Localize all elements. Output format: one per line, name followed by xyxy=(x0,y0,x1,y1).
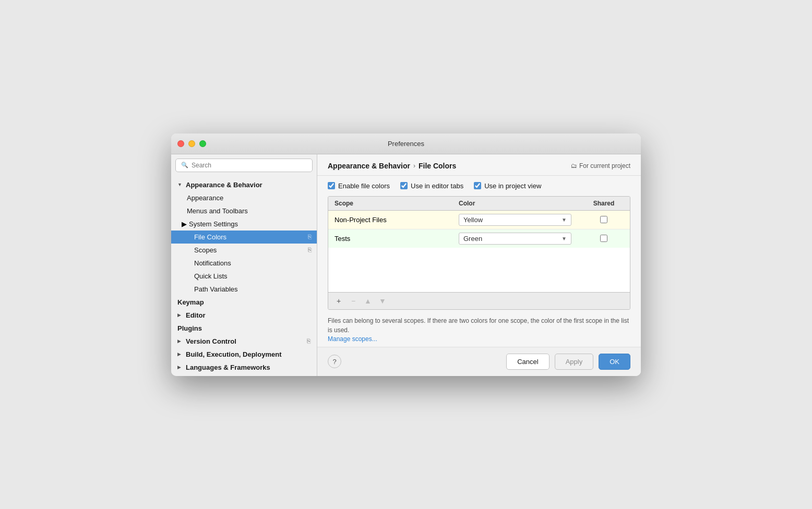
sidebar-item-notifications[interactable]: Notifications xyxy=(171,257,317,270)
main-content: 🔍 ▼ Appearance & Behavior Appearance Men… xyxy=(171,154,641,376)
sidebar-item-label: Notifications xyxy=(194,259,231,267)
color-cell-yellow: Yellow ▼ xyxy=(452,210,578,229)
shared-checkbox-tests[interactable] xyxy=(600,235,607,242)
sidebar-item-label: Menus and Toolbars xyxy=(187,207,248,215)
col-shared-header: Shared xyxy=(578,197,630,211)
checkbox-label: Enable file colors xyxy=(338,182,390,190)
color-cell-green: Green ▼ xyxy=(452,229,578,248)
sidebar-item-menus-toolbars[interactable]: Menus and Toolbars xyxy=(171,204,317,217)
copy-icon: ⎘ xyxy=(307,337,311,345)
sidebar-item-label: Appearance xyxy=(187,194,223,202)
dropdown-arrow-icon: ▼ xyxy=(562,217,567,223)
use-in-project-view-checkbox[interactable]: Use in project view xyxy=(474,182,541,190)
chevron-down-icon: ▼ xyxy=(177,182,184,187)
enable-file-colors-input[interactable] xyxy=(328,182,335,189)
color-dropdown-yellow[interactable]: Yellow ▼ xyxy=(459,214,571,226)
manage-scopes-link[interactable]: Manage scopes... xyxy=(328,335,377,343)
use-in-editor-tabs-checkbox[interactable]: Use in editor tabs xyxy=(400,182,463,190)
color-dropdown-text: Green xyxy=(463,235,482,243)
use-in-editor-tabs-input[interactable] xyxy=(400,182,408,189)
checkbox-label: Use in editor tabs xyxy=(411,182,463,190)
preferences-window: Preferences 🔍 ▼ Appearance & Behavior Ap… xyxy=(171,134,641,376)
scope-cell: Tests xyxy=(328,229,452,248)
content-header: Appearance & Behavior › File Colors 🗂 Fo… xyxy=(317,154,641,176)
add-button[interactable]: + xyxy=(332,296,345,306)
sidebar-group-appearance-behavior[interactable]: ▼ Appearance & Behavior xyxy=(171,178,317,191)
chevron-right-icon: ▶ xyxy=(177,338,184,344)
dropdown-arrow-icon: ▼ xyxy=(562,236,567,241)
titlebar-controls xyxy=(177,140,206,147)
sidebar: 🔍 ▼ Appearance & Behavior Appearance Men… xyxy=(171,154,317,376)
sidebar-item-label: Path Variables xyxy=(194,285,238,293)
project-icon: 🗂 xyxy=(571,162,577,169)
shared-checkbox-nonproject[interactable] xyxy=(600,216,607,223)
sidebar-group-version-control[interactable]: ▶ Version Control ⎘ xyxy=(171,335,317,348)
shared-cell xyxy=(578,229,630,248)
sidebar-group-editor[interactable]: ▶ Editor xyxy=(171,309,317,322)
checkboxes-row: Enable file colors Use in editor tabs Us… xyxy=(317,176,641,196)
color-dropdown-green[interactable]: Green ▼ xyxy=(459,233,571,245)
apply-button[interactable]: Apply xyxy=(555,354,594,370)
sidebar-group-languages[interactable]: ▶ Languages & Frameworks xyxy=(171,361,317,374)
sidebar-item-label: File Colors xyxy=(194,233,226,241)
file-colors-table: Scope Color Shared Non-Project Files xyxy=(328,197,630,248)
cancel-button[interactable]: Cancel xyxy=(506,354,549,370)
ok-button[interactable]: OK xyxy=(599,354,630,370)
breadcrumb-parent: Appearance & Behavior xyxy=(328,162,410,170)
chevron-right-icon: ▶ xyxy=(177,312,184,318)
close-button[interactable] xyxy=(177,140,184,147)
copy-icon: ⎘ xyxy=(308,233,312,240)
sidebar-group-build[interactable]: ▶ Build, Execution, Deployment xyxy=(171,348,317,361)
table-row: Tests Green ▼ xyxy=(328,229,630,248)
help-button[interactable]: ? xyxy=(328,355,341,368)
chevron-right-icon: ▶ xyxy=(177,365,184,370)
maximize-button[interactable] xyxy=(199,140,206,147)
sidebar-group-label: Appearance & Behavior xyxy=(186,181,262,189)
col-color-header: Color xyxy=(452,197,578,211)
sidebar-item-system-settings[interactable]: ▶ System Settings xyxy=(171,217,317,231)
sidebar-item-scopes[interactable]: Scopes ⎘ xyxy=(171,244,317,257)
table-empty-area xyxy=(328,248,630,292)
sidebar-nav: ▼ Appearance & Behavior Appearance Menus… xyxy=(171,176,317,376)
sidebar-item-path-variables[interactable]: Path Variables xyxy=(171,283,317,296)
use-in-project-view-input[interactable] xyxy=(474,182,481,189)
description-text: Files can belong to several scopes. If t… xyxy=(328,316,630,335)
scope-cell: Non-Project Files xyxy=(328,210,452,229)
shared-cell xyxy=(578,210,630,229)
sidebar-item-keymap[interactable]: Keymap xyxy=(171,296,317,309)
file-colors-table-container: Scope Color Shared Non-Project Files xyxy=(328,196,630,310)
move-down-button[interactable]: ▼ xyxy=(376,296,389,306)
titlebar: Preferences xyxy=(171,134,641,154)
bottom-bar: ? Cancel Apply OK xyxy=(317,347,641,376)
breadcrumb-current: File Colors xyxy=(419,162,456,170)
sidebar-item-appearance[interactable]: Appearance xyxy=(171,191,317,204)
enable-file-colors-checkbox[interactable]: Enable file colors xyxy=(328,182,390,190)
for-current-project: 🗂 For current project xyxy=(571,162,630,169)
minimize-button[interactable] xyxy=(188,140,195,147)
sidebar-item-plugins[interactable]: Plugins xyxy=(171,322,317,335)
description-area: Files can belong to several scopes. If t… xyxy=(317,310,641,347)
search-input[interactable] xyxy=(192,162,307,169)
breadcrumb: Appearance & Behavior › File Colors xyxy=(328,162,456,170)
checkbox-label: Use in project view xyxy=(484,182,541,190)
sidebar-item-file-colors[interactable]: File Colors ⎘ xyxy=(171,231,317,244)
table-row: Non-Project Files Yellow ▼ xyxy=(328,210,630,229)
search-box[interactable]: 🔍 xyxy=(175,159,313,172)
chevron-right-icon: ▶ xyxy=(182,220,187,228)
sidebar-item-label: Scopes xyxy=(194,246,217,254)
chevron-right-icon: ▶ xyxy=(177,352,184,357)
window-title: Preferences xyxy=(388,140,424,148)
sidebar-item-label: Quick Lists xyxy=(194,272,228,280)
move-up-button[interactable]: ▲ xyxy=(362,296,374,306)
col-scope-header: Scope xyxy=(328,197,452,211)
copy-icon: ⎘ xyxy=(308,246,312,253)
sidebar-item-label: System Settings xyxy=(189,220,238,228)
search-icon: 🔍 xyxy=(181,162,188,168)
content-area: Appearance & Behavior › File Colors 🗂 Fo… xyxy=(317,154,641,376)
table-toolbar: + − ▲ ▼ xyxy=(328,292,630,309)
remove-button[interactable]: − xyxy=(347,296,360,306)
breadcrumb-separator: › xyxy=(413,162,415,169)
color-dropdown-text: Yellow xyxy=(463,216,483,224)
sidebar-item-quick-lists[interactable]: Quick Lists xyxy=(171,270,317,283)
